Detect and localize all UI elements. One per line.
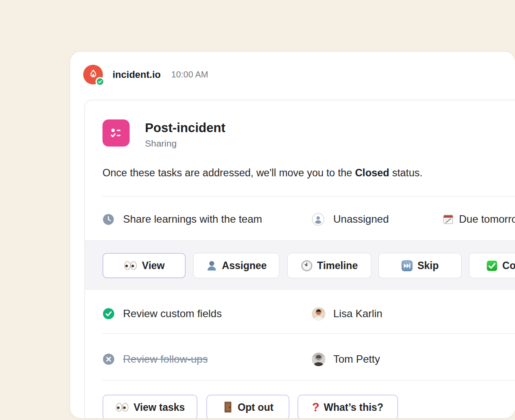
view-button[interactable]: View [102,253,186,278]
eyes-icon [123,260,138,271]
attachment-header: Post-incident Sharing [102,119,226,149]
skip-button[interactable]: Skip [378,253,462,278]
post-incident-attachment: Post-incident Sharing Once these tasks a… [85,100,515,418]
check-circle-icon [102,307,115,321]
task-label: Review follow-ups [123,353,208,365]
body-suffix: status. [389,167,423,178]
timeline-button[interactable]: Timeline [287,253,371,278]
complete-button-label: Complete [502,260,515,272]
task-actions-strip: View Assignee [85,240,515,290]
attachment-subtitle: Sharing [145,138,226,149]
clock-face-icon [301,260,313,272]
door-icon [222,401,233,413]
skip-button-label: Skip [417,260,439,272]
app-avatar[interactable] [83,65,103,84]
task-row: Share learnings with the team Unassigned [102,212,515,226]
attachment-title: Post-incident [145,120,226,135]
task-assignee: Lisa Karlin [333,308,382,320]
task-row: Review follow-ups [102,352,515,366]
bust-icon [206,260,218,272]
x-circle-icon [102,352,115,366]
task-due-date: Due tomorrow [459,213,515,225]
assignee-button-label: Assignee [222,260,267,272]
task-label: Review custom fields [123,308,222,320]
clock-circle-icon [102,212,114,226]
view-tasks-button-label: View tasks [134,402,185,413]
opt-out-button[interactable]: Opt out [206,395,289,418]
footer-actions: View tasks Opt out ? What’s this? [102,395,398,418]
avatar-tom-petty [312,353,325,366]
body-bold-status: Closed [355,167,389,178]
view-button-label: View [142,260,165,272]
divider [102,333,515,334]
message-timestamp: 10:00 AM [171,70,208,80]
task-label: Share learnings with the team [123,213,262,225]
whats-this-button-label: What’s this? [324,402,383,413]
check-button-icon [486,260,498,272]
timeline-button-label: Timeline [317,260,358,272]
verified-check-icon [95,77,105,86]
whats-this-button[interactable]: ? What’s this? [297,395,398,418]
eyes-icon [115,402,129,413]
message-body: Once these tasks are addressed, we'll mo… [102,167,423,179]
app-header: incident.io 10:00 AM [83,65,208,84]
task-assignee: Unassigned [333,213,389,225]
body-prefix: Once these tasks are addressed, we'll mo… [102,167,355,178]
divider [102,380,515,381]
app-name[interactable]: incident.io [113,69,161,80]
unassigned-person-icon [312,212,325,226]
avatar-lisa-karlin [312,307,325,321]
calendar-icon [442,212,455,226]
assignee-button[interactable]: Assignee [193,253,279,278]
task-row: Review custom fields Lisa [102,307,515,321]
divider [102,196,515,196]
skip-track-icon [401,260,413,272]
complete-button[interactable]: Complete [469,253,515,278]
opt-out-button-label: Opt out [238,402,274,413]
view-tasks-button[interactable]: View tasks [102,395,198,418]
task-assignee: Tom Petty [333,353,380,365]
red-question-icon: ? [312,402,320,413]
task-list-icon [102,119,130,147]
message-card: incident.io 10:00 AM Post-incident Shari… [70,52,515,418]
